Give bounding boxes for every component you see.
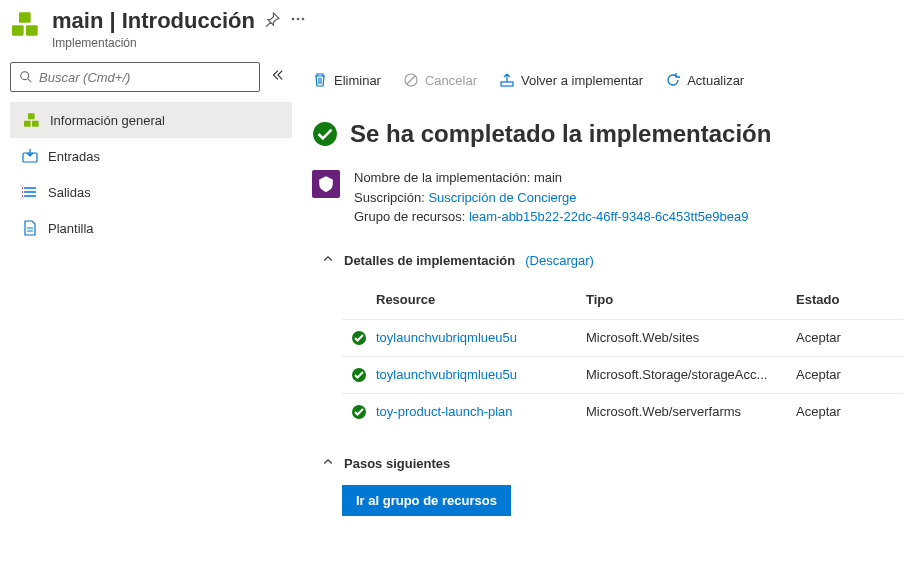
trash-icon bbox=[312, 72, 328, 88]
cancel-icon bbox=[403, 72, 419, 88]
nav-item-template[interactable]: Plantilla bbox=[10, 210, 292, 246]
next-steps-header[interactable]: Pasos siguientes bbox=[322, 456, 887, 471]
svg-rect-2 bbox=[26, 25, 38, 35]
page-title: main | Introducción bbox=[52, 8, 255, 34]
go-to-resource-group-button[interactable]: Ir al grupo de recursos bbox=[342, 485, 511, 516]
more-icon[interactable] bbox=[290, 11, 306, 31]
svg-point-3 bbox=[292, 18, 295, 21]
success-icon bbox=[351, 367, 367, 383]
nav-item-overview[interactable]: Información general bbox=[10, 102, 292, 138]
resource-link[interactable]: toy-product-launch-plan bbox=[376, 404, 586, 419]
delete-button[interactable]: Eliminar bbox=[312, 72, 381, 88]
chevron-up-icon[interactable] bbox=[322, 456, 334, 471]
refresh-icon bbox=[665, 72, 681, 88]
arm-icon bbox=[312, 170, 340, 198]
page-subtitle: Implementación bbox=[52, 36, 891, 50]
refresh-button[interactable]: Actualizar bbox=[665, 72, 744, 88]
svg-rect-14 bbox=[501, 82, 513, 86]
nav-item-outputs[interactable]: Salidas bbox=[10, 174, 292, 210]
svg-line-7 bbox=[28, 79, 32, 83]
nav-label: Información general bbox=[50, 113, 165, 128]
template-icon bbox=[22, 220, 38, 236]
redeploy-button[interactable]: Volver a implementar bbox=[499, 72, 643, 88]
deployment-icon bbox=[12, 10, 40, 38]
nav-item-inputs[interactable]: Entradas bbox=[10, 138, 292, 174]
success-icon bbox=[351, 330, 367, 346]
deployment-icon bbox=[24, 112, 40, 128]
svg-rect-1 bbox=[12, 25, 24, 35]
sidebar: Información general Entradas Salidas Pla… bbox=[0, 54, 292, 532]
svg-point-15 bbox=[313, 122, 337, 146]
nav-label: Plantilla bbox=[48, 221, 94, 236]
search-icon bbox=[19, 70, 33, 84]
blade-header: main | Introducción Implementación bbox=[0, 0, 903, 54]
outputs-icon bbox=[22, 184, 38, 200]
table-row: toylaunchvubriqmlueu5u Microsoft.Web/sit… bbox=[342, 319, 903, 356]
svg-point-5 bbox=[302, 18, 305, 21]
subscription-link[interactable]: Suscripción de Concierge bbox=[428, 190, 576, 205]
table-row: toy-product-launch-plan Microsoft.Web/se… bbox=[342, 393, 903, 430]
svg-point-4 bbox=[297, 18, 300, 21]
svg-rect-9 bbox=[24, 121, 31, 127]
svg-line-13 bbox=[407, 76, 415, 84]
nav-label: Entradas bbox=[48, 149, 100, 164]
deployment-meta: Nombre de la implementación: main Suscri… bbox=[312, 168, 887, 227]
svg-rect-10 bbox=[32, 121, 39, 127]
resources-table: Resource Tipo Estado toylaunchvubriqmlue… bbox=[342, 282, 903, 430]
status-banner: Se ha completado la implementación bbox=[312, 120, 887, 148]
resource-group-link[interactable]: leam-abb15b22-22dc-46ff-9348-6c453tt5e9b… bbox=[469, 209, 748, 224]
download-link[interactable]: (Descargar) bbox=[525, 253, 594, 268]
table-header: Resource Tipo Estado bbox=[342, 282, 903, 319]
svg-point-6 bbox=[21, 72, 29, 80]
resource-link[interactable]: toylaunchvubriqmlueu5u bbox=[376, 330, 586, 345]
status-title: Se ha completado la implementación bbox=[350, 120, 771, 148]
chevron-up-icon[interactable] bbox=[322, 253, 334, 268]
svg-rect-0 bbox=[19, 12, 31, 22]
nav-list: Información general Entradas Salidas Pla… bbox=[10, 102, 292, 246]
svg-rect-8 bbox=[28, 113, 35, 119]
details-section-header[interactable]: Detalles de implementación (Descargar) bbox=[322, 253, 887, 268]
main-content: Eliminar Cancelar Volver a implementar A… bbox=[292, 54, 903, 532]
inputs-icon bbox=[22, 148, 38, 164]
toolbar: Eliminar Cancelar Volver a implementar A… bbox=[312, 62, 887, 98]
nav-label: Salidas bbox=[48, 185, 91, 200]
success-icon bbox=[312, 121, 338, 147]
success-icon bbox=[351, 404, 367, 420]
resource-link[interactable]: toylaunchvubriqmlueu5u bbox=[376, 367, 586, 382]
upload-icon bbox=[499, 72, 515, 88]
search-input[interactable] bbox=[10, 62, 260, 92]
table-row: toylaunchvubriqmlueu5u Microsoft.Storage… bbox=[342, 356, 903, 393]
pin-icon[interactable] bbox=[265, 12, 280, 31]
collapse-sidebar-icon[interactable] bbox=[270, 68, 284, 86]
cancel-button: Cancelar bbox=[403, 72, 477, 88]
